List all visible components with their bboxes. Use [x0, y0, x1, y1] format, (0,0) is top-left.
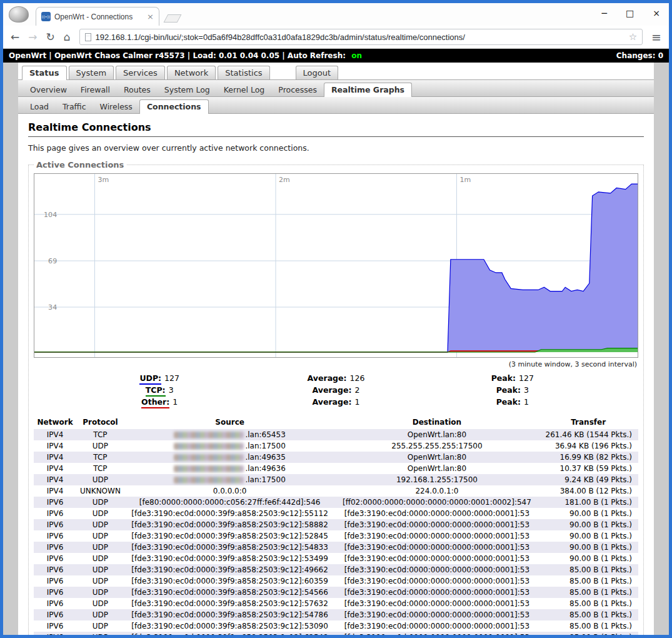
- tab-statistics[interactable]: Statistics: [218, 66, 269, 79]
- connection-row: IPV6UDP[fde3:3190:ec0d:0000:39f9:a858:25…: [34, 519, 638, 530]
- table-header-row: NetworkProtocolSourceDestinationTransfer: [34, 415, 638, 429]
- cell-protocol: TCP: [76, 452, 124, 463]
- luci-status-text: OpenWrt | OpenWrt Chaos Calmer r45573 | …: [9, 51, 346, 60]
- connections-table: NetworkProtocolSourceDestinationTransfer…: [34, 415, 638, 635]
- cell-protocol: UDP: [76, 440, 124, 452]
- window-maximize-button[interactable]: □: [626, 8, 634, 18]
- cell-source: [fde3:3190:ec0d:0000:39f9:a858:2503:9c12…: [124, 632, 336, 635]
- cell-network: IPV6: [34, 632, 76, 635]
- connection-row: IPV4TCP.lan:49636OpenWrt.lan:8010.37 KB …: [34, 463, 638, 474]
- redacted-hostname: [174, 465, 244, 472]
- browser-window: ((•)) OpenWrt - Connections × ─ □ × ← → …: [0, 0, 672, 638]
- column-header-source: Source: [124, 415, 336, 429]
- connection-row: IPV6UDP[fde3:3190:ec0d:0000:39f9:a858:25…: [34, 530, 638, 542]
- cell-protocol: TCP: [76, 463, 124, 474]
- window-close-button[interactable]: ×: [653, 8, 660, 18]
- tab-routes[interactable]: Routes: [117, 83, 158, 96]
- tab-wireless[interactable]: Wireless: [93, 100, 139, 113]
- connection-row: IPV6UDP[fde3:3190:ec0d:0000:39f9:a858:25…: [34, 564, 638, 575]
- browser-titlebar: ((•)) OpenWrt - Connections × ─ □ ×: [3, 3, 669, 26]
- luci-status-bar: OpenWrt | OpenWrt Chaos Calmer r45573 | …: [3, 49, 669, 63]
- tab-close-icon[interactable]: ×: [147, 12, 154, 21]
- cell-destination: [fde3:3190:ec0d:0000:0000:0000:0000:0001…: [336, 575, 539, 587]
- connection-row: IPV4UDP.lan:17500255.255.255.255:1750036…: [34, 440, 638, 452]
- tab-system-log[interactable]: System Log: [158, 83, 217, 96]
- cell-transfer: 90.00 B (1 Pkts.): [538, 519, 638, 530]
- changes-indicator[interactable]: Changes: 0: [616, 51, 663, 60]
- window-controls: ─ □ ×: [602, 8, 660, 18]
- tab-network[interactable]: Network: [167, 66, 216, 79]
- connection-row: IPV4UDP.lan:17500192.168.1.255:175009.24…: [34, 474, 638, 485]
- cell-transfer: 90.00 B (1 Pkts.): [538, 530, 638, 542]
- connection-row: IPV6UDP[fde3:3190:ec0d:0000:39f9:a858:25…: [34, 553, 638, 564]
- tab-traffic[interactable]: Traffic: [56, 100, 93, 113]
- address-bar[interactable]: 192.168.1.1/cgi-bin/luci/;stok=0d5a6f94b…: [79, 29, 643, 45]
- column-header-protocol: Protocol: [76, 415, 124, 429]
- legend-peak-tcp: Peak:3: [424, 385, 601, 395]
- tab-connections[interactable]: Connections: [139, 99, 209, 114]
- cell-network: IPV4: [34, 440, 76, 452]
- cell-destination: [fde3:3190:ec0d:0000:0000:0000:0000:0001…: [336, 508, 539, 519]
- cell-transfer: 16.99 KB (82 Pkts.): [538, 452, 638, 463]
- cell-protocol: UDP: [76, 575, 124, 587]
- cell-transfer: 90.00 B (1 Pkts.): [538, 508, 638, 519]
- cell-source: [fde3:3190:ec0d:0000:39f9:a858:2503:9c12…: [124, 508, 336, 519]
- tab-realtime-graphs[interactable]: Realtime Graphs: [324, 83, 412, 97]
- forward-button[interactable]: →: [28, 31, 37, 43]
- menu-button[interactable]: ≡: [651, 30, 661, 44]
- new-tab-button[interactable]: [164, 14, 182, 23]
- tab-system[interactable]: System: [69, 66, 114, 79]
- cell-network: IPV6: [34, 530, 76, 542]
- url-text[interactable]: 192.168.1.1/cgi-bin/luci/;stok=0d5a6f94b…: [96, 33, 624, 42]
- fieldset-legend: Active Connections: [34, 160, 126, 170]
- cell-network: IPV6: [34, 587, 76, 598]
- cell-protocol: UDP: [76, 632, 124, 635]
- cell-transfer: 85.00 B (1 Pkts.): [538, 609, 638, 620]
- back-button[interactable]: ←: [11, 31, 19, 43]
- cell-protocol: TCP: [76, 429, 124, 440]
- cell-network: IPV4: [34, 474, 76, 485]
- tab-status[interactable]: Status: [22, 66, 67, 80]
- cell-network: IPV6: [34, 620, 76, 632]
- redacted-hostname: [174, 477, 244, 484]
- cell-protocol: UDP: [76, 474, 124, 485]
- cell-source: [fde3:3190:ec0d:0000:39f9:a858:2503:9c12…: [124, 530, 336, 542]
- browser-tab[interactable]: ((•)) OpenWrt - Connections ×: [36, 7, 159, 26]
- cell-destination: [fde3:3190:ec0d:0000:0000:0000:0000:0001…: [336, 598, 539, 609]
- home-button[interactable]: ⌂: [64, 31, 71, 43]
- cell-transfer: 181.00 B (1 Pkts.): [538, 497, 638, 508]
- cell-source: [fde3:3190:ec0d:0000:39f9:a858:2503:9c12…: [124, 609, 336, 620]
- connection-row: IPV6UDP[fde3:3190:ec0d:0000:39f9:a858:25…: [34, 542, 638, 553]
- reload-button[interactable]: ↻: [46, 31, 55, 43]
- cell-source: [fde3:3190:ec0d:0000:39f9:a858:2503:9c12…: [124, 575, 336, 587]
- tab-services[interactable]: Services: [116, 66, 165, 79]
- legend-current-udp: UDP:127: [71, 373, 248, 383]
- legend-current-other: Other:1: [71, 397, 248, 407]
- cell-network: IPV4: [34, 485, 76, 497]
- cell-transfer: 36.94 KB (196 Pkts.): [538, 440, 638, 452]
- tab-processes[interactable]: Processes: [271, 83, 324, 96]
- tab-logout[interactable]: Logout: [296, 66, 339, 79]
- tab-load[interactable]: Load: [23, 100, 56, 113]
- cell-source: [fde3:3190:ec0d:0000:39f9:a858:2503:9c12…: [124, 598, 336, 609]
- cell-network: IPV4: [34, 429, 76, 440]
- cell-network: IPV6: [34, 542, 76, 553]
- luci-body: StatusSystemServicesNetworkStatisticsLog…: [3, 63, 669, 635]
- cell-destination: [fde3:3190:ec0d:0000:0000:0000:0000:0001…: [336, 587, 539, 598]
- bookmark-star-icon[interactable]: ☆: [629, 31, 637, 43]
- cell-transfer: 85.00 B (1 Pkts.): [538, 575, 638, 587]
- tab-kernel-log[interactable]: Kernel Log: [217, 83, 272, 96]
- cell-protocol: UDP: [76, 564, 124, 575]
- redacted-hostname: [174, 432, 244, 438]
- window-minimize-button[interactable]: ─: [602, 8, 607, 18]
- tab-overview[interactable]: Overview: [23, 83, 74, 96]
- active-connections-fieldset: Active Connections 34691043m2m1m (3 minu…: [28, 160, 644, 635]
- cell-network: IPV6: [34, 575, 76, 587]
- chart-caption: (3 minute window, 3 second interval): [35, 360, 637, 368]
- y-tick-label: 104: [44, 211, 57, 219]
- legend-current-tcp: TCP:3: [71, 385, 248, 395]
- connections-chart-svg: 34691043m2m1m: [34, 174, 638, 357]
- cell-source: [fde3:3190:ec0d:0000:39f9:a858:2503:9c12…: [124, 587, 336, 598]
- cell-destination: [fde3:3190:ec0d:0000:0000:0000:0000:0001…: [336, 542, 539, 553]
- tab-firewall[interactable]: Firewall: [74, 83, 117, 96]
